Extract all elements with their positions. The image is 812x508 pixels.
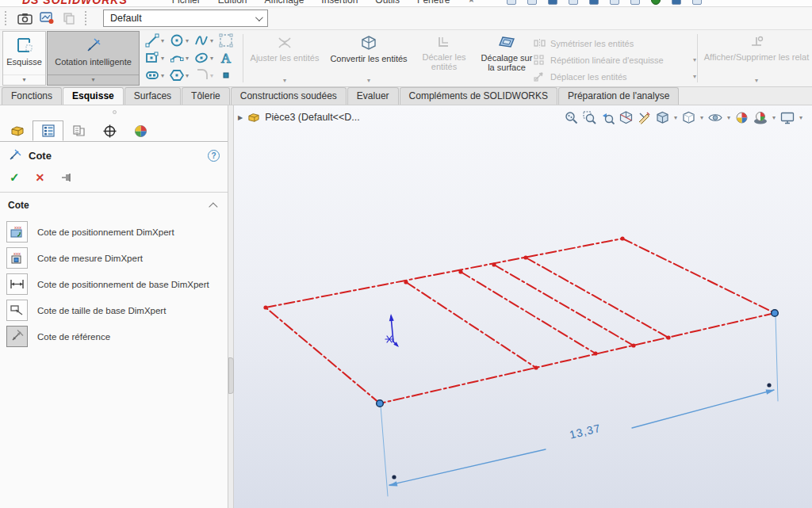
help-icon[interactable]: ? [208, 150, 220, 162]
display-style-icon[interactable] [682, 111, 695, 124]
menu-insertion[interactable]: Insertion [321, 0, 358, 6]
toolbar-grip[interactable] [85, 11, 89, 25]
displaymanager-tab[interactable] [125, 120, 156, 141]
spline-tool[interactable] [193, 32, 210, 48]
options-gear-icon[interactable] [692, 0, 702, 5]
point-tool[interactable] [217, 67, 235, 83]
view-settings-dropdown[interactable]: ▾ [799, 114, 802, 121]
edit-appearance-icon[interactable] [735, 111, 749, 124]
menu-fenetre[interactable]: Fenêtre [417, 0, 450, 6]
pin-icon[interactable] [60, 172, 74, 183]
open-document-icon[interactable] [527, 0, 537, 5]
tab-tolerie[interactable]: Tôlerie [182, 87, 230, 105]
feature-tree-breadcrumb[interactable]: ▶ Pièce3 (Default<<D... [238, 112, 360, 123]
previous-view-icon[interactable] [601, 111, 615, 124]
save-icon[interactable] [548, 0, 557, 5]
undo-icon[interactable] [589, 0, 599, 5]
annotation-views-icon[interactable] [638, 111, 651, 124]
slot-tool[interactable] [144, 67, 161, 83]
cotation-dropdown[interactable]: ▾ [48, 74, 139, 85]
collapse-chevron-icon[interactable] [209, 202, 217, 211]
convertir-entites-button[interactable]: Convertir les entités ▾ [327, 31, 411, 86]
configurationmanager-tab[interactable] [63, 120, 94, 141]
decalage-surface-button[interactable]: Décalage surla surface [474, 31, 539, 86]
convertir-dropdown[interactable]: ▾ [367, 77, 370, 84]
arc-tool[interactable] [168, 50, 186, 66]
expand-tree-icon[interactable]: ▶ [238, 114, 243, 121]
list-item-cote-taille-base[interactable]: Cote de taille de base DimXpert [0, 297, 228, 323]
spline-dropdown[interactable]: ▾ [210, 37, 217, 44]
line-dropdown[interactable]: ▾ [161, 37, 168, 44]
line-tool[interactable] [144, 32, 161, 48]
rectangle-tool[interactable] [144, 50, 161, 66]
list-item-cote-positionnement-base[interactable]: Cote de positionnement de base DimXpert [0, 271, 228, 297]
cote-section-header[interactable]: Cote [0, 193, 228, 216]
tab-surfaces[interactable]: Surfaces [124, 87, 181, 105]
apply-scene-dropdown[interactable]: ▾ [772, 114, 776, 121]
pin-menu-icon[interactable]: ★ [467, 0, 475, 5]
propertymanager-tab[interactable] [33, 120, 63, 141]
chevron-down-icon [255, 13, 263, 21]
dashed-rectangle-tool[interactable] [217, 32, 235, 48]
text-tool[interactable]: A [217, 50, 235, 66]
section-view-icon[interactable] [619, 111, 633, 124]
tab-esquisse[interactable]: Esquisse [63, 87, 124, 105]
list-item-cote-mesure[interactable]: xxx Cote de mesure DimXpert [0, 245, 228, 271]
print-icon[interactable] [569, 0, 578, 5]
menu-fichier[interactable]: Fichier [172, 0, 201, 6]
configuration-selector[interactable]: Default [103, 10, 268, 27]
graphics-viewport[interactable]: ▶ Pièce3 (Default<<D... [234, 105, 812, 508]
file-properties-icon[interactable] [672, 0, 681, 5]
tab-evaluer[interactable]: Evaluer [347, 87, 399, 105]
ellipse-tool[interactable] [193, 50, 210, 66]
rectangle-dropdown[interactable]: ▾ [161, 55, 168, 62]
cancel-button[interactable]: ✕ [36, 171, 45, 184]
cotation-intelligente-button[interactable]: Cotation intelligente ▾ [47, 31, 140, 86]
zoom-to-area-icon[interactable] [583, 111, 596, 124]
menu-outils[interactable]: Outils [375, 0, 400, 6]
ajuster-dropdown: ▾ [283, 77, 286, 84]
ok-button[interactable]: ✓ [10, 170, 20, 185]
new-document-icon[interactable] [507, 0, 516, 5]
splitter-handle[interactable] [228, 357, 234, 394]
view-orientation-icon[interactable] [656, 111, 669, 124]
part-icon [247, 112, 260, 123]
ellipse-dropdown[interactable]: ▾ [210, 55, 217, 62]
polygon-tool[interactable] [168, 67, 186, 83]
view-settings-icon[interactable] [780, 112, 795, 124]
menu-affichage[interactable]: Affichage [265, 0, 304, 6]
redo-icon[interactable] [610, 0, 619, 5]
repetition-dropdown: ▾ [693, 56, 696, 63]
tab-fonctions[interactable]: Fonctions [2, 87, 62, 105]
list-item-cote-reference[interactable]: Cote de référence [0, 323, 228, 349]
tab-preparation-analyse[interactable]: Préparation de l'analyse [558, 87, 679, 105]
circle-tool[interactable] [168, 32, 186, 48]
select-icon[interactable] [630, 0, 640, 5]
slot-dropdown[interactable]: ▾ [161, 72, 168, 79]
panel-drag-handle[interactable] [113, 110, 117, 114]
zoom-to-fit-icon[interactable] [565, 111, 578, 124]
list-item-cote-positionnement[interactable]: xxx Cote de positionnement DimXpert [0, 219, 228, 245]
featuremanager-tab[interactable] [2, 120, 33, 141]
apply-scene-icon[interactable] [753, 111, 768, 124]
menu-edition[interactable]: Edition [218, 0, 247, 6]
dimxpertmanager-tab[interactable] [94, 120, 125, 141]
panel-splitter[interactable] [228, 105, 234, 508]
esquisse-dropdown[interactable]: ▾ [3, 74, 45, 85]
esquisse-button[interactable]: Esquisse ▾ [2, 31, 46, 86]
circle-dropdown[interactable]: ▾ [186, 37, 193, 44]
arc-dropdown[interactable]: ▾ [186, 55, 193, 62]
tab-complements[interactable]: Compléments de SOLIDWORKS [400, 87, 557, 105]
record-video-button[interactable] [37, 10, 56, 27]
screen-capture-button[interactable] [15, 10, 34, 27]
tab-constructions-soudees[interactable]: Constructions soudées [231, 87, 347, 105]
dimension-type-list: xxx Cote de positionnement DimXpert xxx … [0, 216, 228, 349]
hide-show-items-icon[interactable] [708, 112, 722, 124]
view-orientation-dropdown[interactable]: ▾ [674, 114, 677, 121]
fillet-tool-disabled [193, 67, 210, 83]
toolbar-grip[interactable] [5, 11, 9, 25]
display-style-dropdown[interactable]: ▾ [700, 114, 703, 121]
rebuild-icon[interactable] [651, 0, 661, 5]
hide-show-dropdown[interactable]: ▾ [727, 114, 730, 121]
polygon-dropdown[interactable]: ▾ [186, 72, 193, 79]
